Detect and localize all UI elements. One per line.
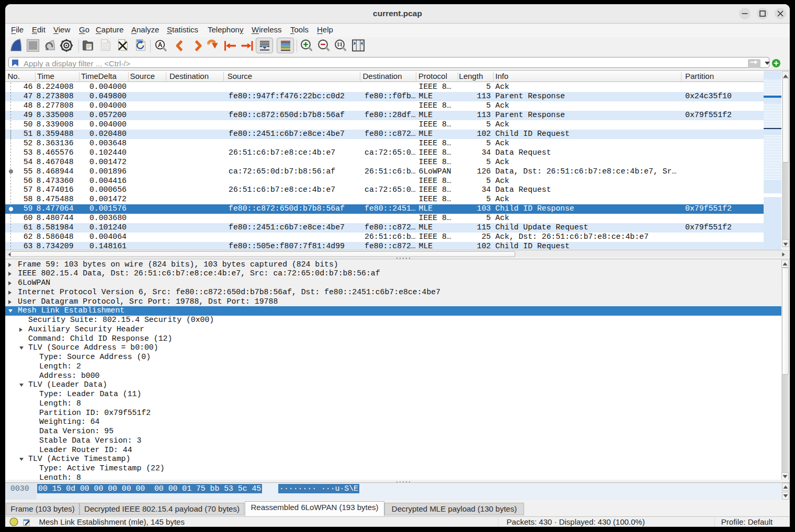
svg-text:0313: 0313 [103,47,109,51]
svg-text:A: A [158,41,163,49]
